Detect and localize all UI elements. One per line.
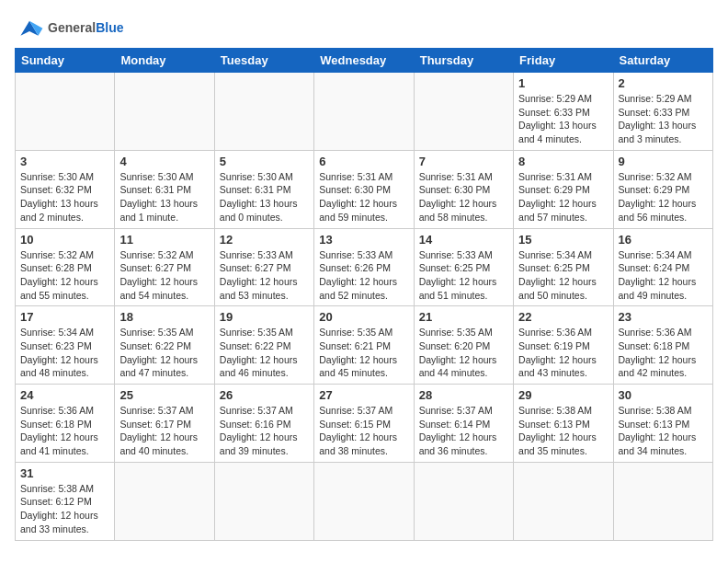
- day-number: 20: [319, 310, 408, 324]
- calendar-cell: 31Sunrise: 5:38 AM Sunset: 6:12 PM Dayli…: [16, 462, 115, 540]
- day-info: Sunrise: 5:35 AM Sunset: 6:21 PM Dayligh…: [319, 326, 408, 380]
- week-row-2: 3Sunrise: 5:30 AM Sunset: 6:32 PM Daylig…: [16, 150, 713, 228]
- day-info: Sunrise: 5:29 AM Sunset: 6:33 PM Dayligh…: [619, 92, 708, 146]
- weekday-header-row: SundayMondayTuesdayWednesdayThursdayFrid…: [16, 49, 713, 73]
- day-number: 13: [319, 233, 408, 247]
- logo: GeneralBlue: [15, 15, 123, 40]
- calendar-cell: 7Sunrise: 5:31 AM Sunset: 6:30 PM Daylig…: [414, 150, 513, 228]
- calendar-cell: 26Sunrise: 5:37 AM Sunset: 6:16 PM Dayli…: [214, 385, 313, 463]
- calendar-cell: 13Sunrise: 5:33 AM Sunset: 6:26 PM Dayli…: [314, 228, 414, 306]
- day-number: 10: [20, 233, 109, 247]
- calendar-cell: [115, 73, 214, 151]
- calendar-cell: 22Sunrise: 5:36 AM Sunset: 6:19 PM Dayli…: [514, 306, 613, 385]
- day-number: 16: [619, 233, 708, 247]
- day-info: Sunrise: 5:35 AM Sunset: 6:22 PM Dayligh…: [220, 326, 309, 380]
- calendar-cell: 15Sunrise: 5:34 AM Sunset: 6:25 PM Dayli…: [514, 228, 613, 306]
- day-info: Sunrise: 5:30 AM Sunset: 6:32 PM Dayligh…: [20, 170, 109, 224]
- calendar-cell: 25Sunrise: 5:37 AM Sunset: 6:17 PM Dayli…: [115, 385, 214, 463]
- calendar-cell: [214, 462, 313, 540]
- day-info: Sunrise: 5:33 AM Sunset: 6:26 PM Dayligh…: [319, 248, 408, 303]
- calendar-cell: 6Sunrise: 5:31 AM Sunset: 6:30 PM Daylig…: [314, 150, 414, 228]
- calendar-cell: 17Sunrise: 5:34 AM Sunset: 6:23 PM Dayli…: [16, 306, 115, 385]
- day-number: 27: [319, 388, 408, 402]
- day-info: Sunrise: 5:32 AM Sunset: 6:27 PM Dayligh…: [119, 248, 209, 303]
- day-info: Sunrise: 5:32 AM Sunset: 6:29 PM Dayligh…: [619, 170, 708, 224]
- day-info: Sunrise: 5:34 AM Sunset: 6:25 PM Dayligh…: [518, 248, 608, 303]
- day-number: 2: [619, 76, 708, 90]
- calendar-cell: 2Sunrise: 5:29 AM Sunset: 6:33 PM Daylig…: [613, 73, 712, 151]
- week-row-3: 10Sunrise: 5:32 AM Sunset: 6:28 PM Dayli…: [16, 228, 713, 306]
- day-info: Sunrise: 5:36 AM Sunset: 6:19 PM Dayligh…: [518, 326, 608, 380]
- day-number: 23: [619, 310, 708, 324]
- day-number: 19: [220, 310, 309, 324]
- day-number: 21: [419, 310, 508, 324]
- week-row-5: 24Sunrise: 5:36 AM Sunset: 6:18 PM Dayli…: [16, 385, 713, 463]
- weekday-header-tuesday: Tuesday: [214, 49, 313, 73]
- day-number: 9: [619, 155, 708, 168]
- day-info: Sunrise: 5:35 AM Sunset: 6:22 PM Dayligh…: [119, 326, 209, 380]
- day-number: 31: [20, 466, 109, 480]
- calendar-cell: 30Sunrise: 5:38 AM Sunset: 6:13 PM Dayli…: [613, 385, 712, 463]
- day-number: 1: [518, 76, 608, 90]
- day-number: 28: [419, 388, 508, 402]
- calendar-cell: 28Sunrise: 5:37 AM Sunset: 6:14 PM Dayli…: [414, 385, 513, 463]
- week-row-6: 31Sunrise: 5:38 AM Sunset: 6:12 PM Dayli…: [16, 462, 713, 540]
- day-info: Sunrise: 5:34 AM Sunset: 6:24 PM Dayligh…: [619, 248, 708, 303]
- day-number: 12: [220, 233, 309, 247]
- calendar-cell: [514, 462, 613, 540]
- calendar-cell: 19Sunrise: 5:35 AM Sunset: 6:22 PM Dayli…: [214, 306, 313, 385]
- calendar-cell: 5Sunrise: 5:30 AM Sunset: 6:31 PM Daylig…: [214, 150, 313, 228]
- day-info: Sunrise: 5:36 AM Sunset: 6:18 PM Dayligh…: [619, 326, 708, 380]
- day-number: 7: [419, 155, 508, 168]
- calendar-cell: 18Sunrise: 5:35 AM Sunset: 6:22 PM Dayli…: [115, 306, 214, 385]
- day-number: 5: [220, 155, 309, 168]
- weekday-header-friday: Friday: [514, 49, 613, 73]
- calendar-cell: [314, 462, 414, 540]
- weekday-header-sunday: Sunday: [16, 49, 115, 73]
- day-info: Sunrise: 5:35 AM Sunset: 6:20 PM Dayligh…: [419, 326, 508, 380]
- day-info: Sunrise: 5:30 AM Sunset: 6:31 PM Dayligh…: [119, 170, 209, 224]
- day-number: 29: [518, 388, 608, 402]
- calendar-cell: [214, 73, 313, 151]
- day-number: 8: [518, 155, 608, 168]
- calendar-cell: [314, 73, 414, 151]
- calendar-cell: 14Sunrise: 5:33 AM Sunset: 6:25 PM Dayli…: [414, 228, 513, 306]
- day-number: 4: [119, 155, 209, 168]
- logo-text: GeneralBlue: [48, 19, 123, 36]
- day-number: 26: [220, 388, 309, 402]
- day-number: 24: [20, 388, 109, 402]
- weekday-header-saturday: Saturday: [613, 49, 712, 73]
- day-number: 6: [319, 155, 408, 168]
- calendar-cell: 11Sunrise: 5:32 AM Sunset: 6:27 PM Dayli…: [115, 228, 214, 306]
- calendar-cell: 10Sunrise: 5:32 AM Sunset: 6:28 PM Dayli…: [16, 228, 115, 306]
- week-row-1: 1Sunrise: 5:29 AM Sunset: 6:33 PM Daylig…: [16, 73, 713, 151]
- calendar-cell: [115, 462, 214, 540]
- day-info: Sunrise: 5:29 AM Sunset: 6:33 PM Dayligh…: [518, 92, 608, 146]
- day-info: Sunrise: 5:33 AM Sunset: 6:25 PM Dayligh…: [419, 248, 508, 303]
- calendar-cell: 23Sunrise: 5:36 AM Sunset: 6:18 PM Dayli…: [613, 306, 712, 385]
- day-info: Sunrise: 5:34 AM Sunset: 6:23 PM Dayligh…: [20, 326, 109, 380]
- day-info: Sunrise: 5:36 AM Sunset: 6:18 PM Dayligh…: [20, 404, 109, 458]
- calendar-cell: 8Sunrise: 5:31 AM Sunset: 6:29 PM Daylig…: [514, 150, 613, 228]
- day-info: Sunrise: 5:31 AM Sunset: 6:29 PM Dayligh…: [518, 170, 608, 224]
- day-info: Sunrise: 5:37 AM Sunset: 6:15 PM Dayligh…: [319, 404, 408, 458]
- weekday-header-wednesday: Wednesday: [314, 49, 414, 73]
- day-info: Sunrise: 5:33 AM Sunset: 6:27 PM Dayligh…: [220, 248, 309, 303]
- day-info: Sunrise: 5:30 AM Sunset: 6:31 PM Dayligh…: [220, 170, 309, 224]
- calendar-cell: [613, 462, 712, 540]
- calendar-cell: 20Sunrise: 5:35 AM Sunset: 6:21 PM Dayli…: [314, 306, 414, 385]
- calendar-cell: 27Sunrise: 5:37 AM Sunset: 6:15 PM Dayli…: [314, 385, 414, 463]
- calendar-cell: 3Sunrise: 5:30 AM Sunset: 6:32 PM Daylig…: [16, 150, 115, 228]
- day-info: Sunrise: 5:37 AM Sunset: 6:17 PM Dayligh…: [119, 404, 209, 458]
- logo-icon: [15, 15, 44, 40]
- week-row-4: 17Sunrise: 5:34 AM Sunset: 6:23 PM Dayli…: [16, 306, 713, 385]
- page-header: GeneralBlue: [15, 15, 713, 40]
- day-number: 14: [419, 233, 508, 247]
- calendar-cell: [414, 73, 513, 151]
- calendar-cell: [16, 73, 115, 151]
- calendar-cell: 12Sunrise: 5:33 AM Sunset: 6:27 PM Dayli…: [214, 228, 313, 306]
- day-number: 3: [20, 155, 109, 168]
- day-info: Sunrise: 5:37 AM Sunset: 6:14 PM Dayligh…: [419, 404, 508, 458]
- day-info: Sunrise: 5:31 AM Sunset: 6:30 PM Dayligh…: [419, 170, 508, 224]
- calendar-cell: 29Sunrise: 5:38 AM Sunset: 6:13 PM Dayli…: [514, 385, 613, 463]
